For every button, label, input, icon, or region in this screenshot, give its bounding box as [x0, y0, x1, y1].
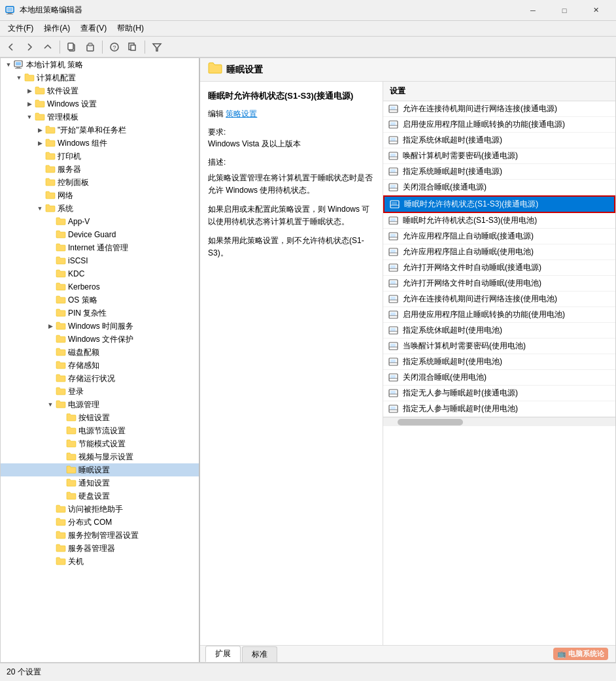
tree-disk-settings[interactable]: ▶ 硬盘设置: [1, 490, 199, 503]
folder-icon-em: [66, 439, 77, 450]
settings-item-2[interactable]: 指定系统休眠超时(接通电源): [383, 133, 615, 148]
settings-item-10[interactable]: 允许打开网络文件时自动睡眠(接通电源): [383, 260, 615, 276]
folder-icon-printer: [45, 151, 56, 162]
settings-item-11[interactable]: 允许打开网络文件时自动睡眠(使用电池): [383, 276, 615, 291]
forward-button[interactable]: [21, 39, 38, 55]
tree-computer-config[interactable]: ▼ 计算机配置: [1, 71, 199, 84]
settings-item-18[interactable]: 指定无人参与睡眠超时(接通电源): [383, 386, 615, 401]
svg-rect-66: [390, 359, 396, 363]
filter-button[interactable]: [148, 39, 165, 55]
settings-item-14[interactable]: 指定系统休眠超时(使用电池): [383, 323, 615, 339]
tree-button-settings[interactable]: ▶ 按钮设置: [1, 411, 199, 424]
tree-logon[interactable]: ▶ 登录: [1, 385, 199, 398]
settings-item-6[interactable]: 睡眠时允许待机状态(S1-S3)(接通电源): [383, 195, 615, 213]
tree-pin[interactable]: ▶ PIN 复杂性: [1, 307, 199, 320]
horizontal-scrollbar[interactable]: [383, 417, 615, 426]
settings-item-17[interactable]: 关闭混合睡眠(使用电池): [383, 370, 615, 386]
folder-icon-dq: [56, 347, 66, 358]
tree-os-policy[interactable]: ▶ OS 策略: [1, 293, 199, 307]
hscroll-thumb[interactable]: [398, 419, 463, 425]
settings-item-7[interactable]: 睡眠时允许待机状态(S1-S3)(使用电池): [383, 213, 615, 229]
settings-item-label-19: 指定无人参与睡眠超时(使用电池): [403, 403, 518, 414]
tree-kdc[interactable]: ▶ KDC: [1, 267, 199, 280]
folder-icon-appv: [56, 216, 66, 227]
folder-icon-ps: [66, 425, 77, 437]
ds-label: 硬盘设置: [78, 491, 199, 502]
desc-desc-section: 描述: 此策略设置管理在将计算机置于睡眠状态时是否允许 Windows 使用待机…: [208, 156, 375, 197]
settings-item-15[interactable]: 当唤醒计算机时需要密码(使用电池): [383, 339, 615, 354]
tree-server-mgr[interactable]: ▶ 服务器管理器: [1, 542, 199, 555]
tree-printer[interactable]: ▶ 打印机: [1, 150, 199, 163]
settings-item-0[interactable]: 允许在连接待机期间进行网络连接(接通电源): [383, 101, 615, 117]
minimize-button[interactable]: ─: [518, 0, 548, 21]
tree-dist-com[interactable]: ▶ 分布式 COM: [1, 516, 199, 529]
svg-rect-5: [68, 43, 73, 50]
tree-power-saving[interactable]: ▶ 电源节流设置: [1, 424, 199, 437]
close-button[interactable]: ✕: [581, 0, 611, 21]
tree-control-panel[interactable]: ▶ 控制面板: [1, 176, 199, 189]
settings-item-8[interactable]: 允许应用程序阻止自动睡眠(接通电源): [383, 229, 615, 244]
tree-root[interactable]: ▼ 本地计算机 策略: [1, 58, 199, 71]
tree-win-time[interactable]: ▶ Windows 时间服务: [1, 320, 199, 333]
tree-software[interactable]: ▶ 软件设置: [1, 84, 199, 97]
ps-label: 电源节流设置: [78, 425, 199, 437]
tree-power-mgmt[interactable]: ▼ 电源管理: [1, 398, 199, 411]
export-button[interactable]: [124, 39, 141, 55]
tree-system[interactable]: ▼ 系统: [1, 202, 199, 215]
vd-label: 视频与显示设置: [78, 452, 199, 463]
tree-win-settings[interactable]: ▶ Windows 设置: [1, 97, 199, 110]
tree-storage-status[interactable]: ▶ 存储运行状况: [1, 372, 199, 385]
cp-label: 控制面板: [58, 177, 199, 188]
statusbar-text: 20 个设置: [7, 667, 41, 678]
menu-view[interactable]: 查看(V): [75, 22, 112, 35]
tree-video-display[interactable]: ▶ 视频与显示设置: [1, 450, 199, 463]
tree-disk-quota[interactable]: ▶ 磁盘配额: [1, 346, 199, 359]
settings-item-3[interactable]: 唤醒计算机时需要密码(接通电源): [383, 148, 615, 164]
tree-start-menu[interactable]: ▶ "开始"菜单和任务栏: [1, 124, 199, 137]
tree-appv[interactable]: ▶ App-V: [1, 215, 199, 228]
tree-win-file[interactable]: ▶ Windows 文件保护: [1, 333, 199, 346]
tree-admin-templates[interactable]: ▼ 管理模板: [1, 110, 199, 124]
settings-item-5[interactable]: 关闭混合睡眠(接通电源): [383, 180, 615, 195]
right-panel: 睡眠设置 睡眠时允许待机状态(S1-S3)(接通电源) 编辑 策略设置 要求: …: [200, 58, 615, 662]
tree-windows-comp[interactable]: ▶ Windows 组件: [1, 137, 199, 150]
tree-service-ctrl[interactable]: ▶ 服务控制管理器设置: [1, 529, 199, 542]
tree-network[interactable]: ▶ 网络: [1, 189, 199, 202]
folder-icon-os: [56, 295, 66, 306]
tree-internet-mgr[interactable]: ▶ Internet 通信管理: [1, 241, 199, 254]
tree-storage-notice[interactable]: ▶ 存储感知: [1, 359, 199, 372]
tree-iscsi[interactable]: ▶ iSCSI: [1, 254, 199, 267]
settings-item-9[interactable]: 允许应用程序阻止自动睡眠(使用电池): [383, 244, 615, 260]
tree-device-guard[interactable]: ▶ Device Guard: [1, 228, 199, 241]
start-menu-label: "开始"菜单和任务栏: [58, 125, 199, 136]
paste-button[interactable]: [82, 39, 99, 55]
tree-kerberos[interactable]: ▶ Kerberos: [1, 280, 199, 293]
edit-link[interactable]: 策略设置: [226, 109, 257, 118]
settings-item-12[interactable]: 允许在连接待机期间进行网络连接(使用电池): [383, 291, 615, 307]
settings-item-4[interactable]: 指定系统睡眠超时(接通电源): [383, 164, 615, 180]
tree-shutdown[interactable]: ▶ 关机: [1, 555, 199, 568]
tree-energy-mode[interactable]: ▶ 节能模式设置: [1, 437, 199, 450]
settings-item-icon-3: [388, 151, 399, 161]
tab-standard[interactable]: 标准: [242, 646, 277, 662]
tree-access-denied[interactable]: ▶ 访问被拒绝助手: [1, 503, 199, 516]
settings-item-16[interactable]: 指定系统睡眠超时(使用电池): [383, 354, 615, 370]
tree-sleep-settings[interactable]: ▶ 睡眠设置: [1, 463, 199, 476]
copy-button[interactable]: [63, 39, 80, 55]
tree-notify-settings[interactable]: ▶ 通知设置: [1, 476, 199, 490]
settings-item-13[interactable]: 启用使应用程序阻止睡眠转换的功能(使用电池): [383, 307, 615, 323]
menu-file[interactable]: 文件(F): [3, 22, 39, 35]
settings-item-1[interactable]: 启用使应用程序阻止睡眠转换的功能(接通电源): [383, 117, 615, 133]
server-label: 服务器: [58, 164, 199, 175]
back-button[interactable]: [3, 39, 20, 55]
folder-icon-iscsi: [56, 256, 66, 267]
help-button[interactable]: ?: [106, 39, 123, 55]
up-button[interactable]: [39, 39, 56, 55]
menu-action[interactable]: 操作(A): [39, 22, 75, 35]
settings-item-19[interactable]: 指定无人参与睡眠超时(使用电池): [383, 401, 615, 417]
menu-help[interactable]: 帮助(H): [112, 22, 149, 35]
tree-server[interactable]: ▶ 服务器: [1, 163, 199, 176]
sc-label: 服务控制管理器设置: [68, 530, 199, 541]
tab-expand[interactable]: 扩展: [205, 646, 241, 662]
maximize-button[interactable]: □: [549, 0, 579, 21]
